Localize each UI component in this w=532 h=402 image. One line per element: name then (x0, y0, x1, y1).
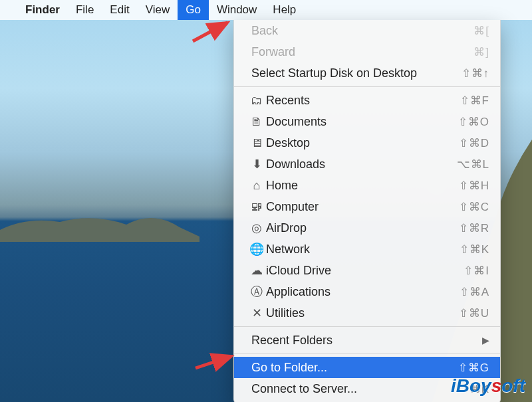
menubar-item-file[interactable]: File (68, 0, 102, 20)
menu-item-applications[interactable]: Ⓐ Applications ⇧⌘A (234, 281, 500, 302)
recents-icon: 🗂 (247, 94, 266, 108)
menu-item-network[interactable]: 🌐 Network ⇧⌘K (234, 239, 500, 260)
menu-item-computer[interactable]: 🖳 Computer ⇧⌘C (234, 196, 500, 217)
menubar-item-help[interactable]: Help (265, 0, 304, 20)
icloud-icon: ☁ (247, 263, 266, 278)
menu-item-home[interactable]: ⌂ Home ⇧⌘H (234, 175, 500, 196)
menubar-item-edit[interactable]: Edit (102, 0, 137, 20)
menu-item-forward[interactable]: Forward ⌘] (234, 41, 500, 62)
documents-icon: 🗎 (247, 115, 266, 129)
menu-separator (234, 353, 500, 354)
airdrop-icon: ◎ (247, 221, 266, 235)
menu-item-documents[interactable]: 🗎 Documents ⇧⌘O (234, 111, 500, 132)
utilities-icon: ✕ (247, 306, 266, 320)
go-menu-dropdown: Back ⌘[ Forward ⌘] Select Startup Disk o… (233, 20, 501, 402)
menubar-item-go[interactable]: Go (178, 0, 209, 20)
menubar: Finder File Edit View Go Window Help (0, 0, 532, 20)
menu-item-desktop[interactable]: 🖥 Desktop ⇧⌘D (234, 132, 500, 153)
applications-icon: Ⓐ (247, 284, 266, 300)
submenu-arrow-icon: ▶ (482, 335, 489, 346)
home-icon: ⌂ (247, 179, 266, 193)
menu-item-select-startup-disk[interactable]: Select Startup Disk on Desktop ⇧⌘↑ (234, 62, 500, 84)
menu-item-airdrop[interactable]: ◎ AirDrop ⇧⌘R (234, 217, 500, 239)
desktop-icon: 🖥 (247, 136, 266, 150)
menubar-item-view[interactable]: View (138, 0, 178, 20)
menu-item-recents[interactable]: 🗂 Recents ⇧⌘F (234, 90, 500, 111)
downloads-icon: ⬇ (247, 157, 266, 171)
menu-separator (234, 86, 500, 87)
menu-item-downloads[interactable]: ⬇ Downloads ⌥⌘L (234, 153, 500, 175)
menu-item-icloud-drive[interactable]: ☁ iCloud Drive ⇧⌘I (234, 260, 500, 281)
watermark: iBoysoft (451, 375, 525, 397)
menu-item-utilities[interactable]: ✕ Utilities ⇧⌘U (234, 302, 500, 324)
computer-icon: 🖳 (247, 200, 266, 214)
island-silhouette (0, 210, 200, 242)
menubar-item-window[interactable]: Window (209, 0, 265, 20)
menu-item-back[interactable]: Back ⌘[ (234, 20, 500, 41)
menu-separator (234, 326, 500, 327)
network-icon: 🌐 (247, 242, 266, 256)
menu-item-recent-folders[interactable]: Recent Folders ▶ (234, 330, 500, 351)
menubar-item-finder[interactable]: Finder (17, 0, 68, 20)
